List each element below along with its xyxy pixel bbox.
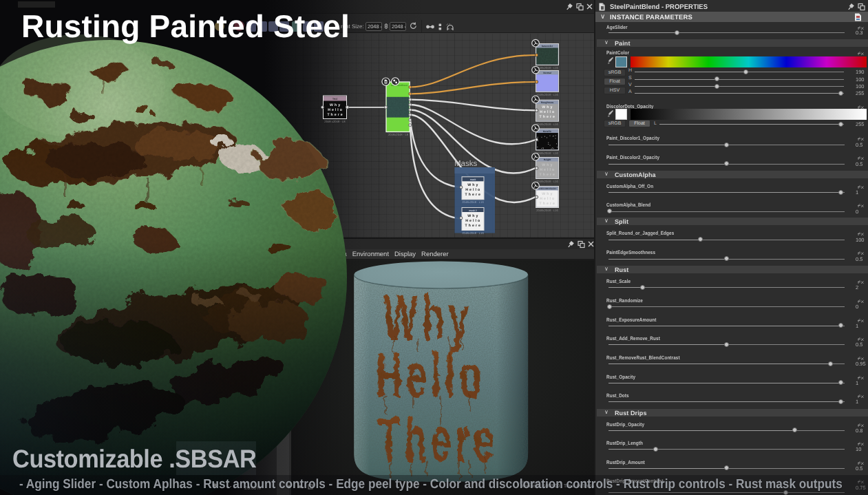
- svg-text:Roughness: Roughness: [541, 101, 554, 104]
- svg-text:There: There: [378, 405, 498, 475]
- svg-text:2048x2048 - L16: 2048x2048 - L16: [536, 151, 558, 155]
- svg-text:2048x2048 - L8: 2048x2048 - L8: [388, 133, 409, 136]
- svg-text:mask: mask: [470, 178, 476, 181]
- svg-text:T h e r e: T h e r e: [465, 193, 481, 197]
- svg-text:H e l l o: H e l l o: [465, 188, 480, 192]
- svg-text:W h y: W h y: [467, 214, 478, 218]
- svg-text:mask 2: mask 2: [469, 209, 477, 212]
- svg-text:T h e r e: T h e r e: [465, 224, 481, 228]
- svg-text:Normal: Normal: [543, 72, 551, 74]
- svg-text:2048x2048 - L16: 2048x2048 - L16: [462, 231, 484, 235]
- svg-text:2048x2048 - L16: 2048x2048 - L16: [536, 209, 558, 212]
- svg-text:Masks: Masks: [454, 160, 477, 168]
- svg-text:basecolor: basecolor: [542, 45, 553, 48]
- svg-text:2048x2048 - L16: 2048x2048 - L16: [536, 93, 558, 96]
- svg-text:W h y: W h y: [467, 183, 478, 187]
- svg-text:W h y: W h y: [542, 105, 553, 109]
- svg-text:H e l l o: H e l l o: [540, 110, 554, 114]
- svg-text:W h y: W h y: [542, 163, 553, 167]
- svg-text:T h e r e: T h e r e: [540, 173, 555, 177]
- svg-text:H e l l o: H e l l o: [540, 197, 554, 201]
- svg-text:T h e r e: T h e r e: [540, 115, 555, 119]
- svg-text:W h y: W h y: [542, 192, 553, 196]
- svg-text:2048x2048 - L16: 2048x2048 - L16: [536, 123, 558, 126]
- svg-text:T h e r e: T h e r e: [540, 202, 555, 206]
- svg-text:AmbientOcclusion: AmbientOcclusion: [538, 187, 557, 190]
- svg-text:2048x2048 - L16: 2048x2048 - L16: [536, 180, 558, 183]
- svg-text:H e l l o: H e l l o: [465, 219, 480, 223]
- svg-text:Height: Height: [544, 158, 551, 161]
- svg-text:2048x2048 - L16: 2048x2048 - L16: [462, 200, 484, 204]
- svg-text:Metallic: Metallic: [543, 130, 552, 133]
- svg-text:2048x2048 - L16: 2048x2048 - L16: [536, 66, 558, 70]
- svg-text:H e l l o: H e l l o: [540, 168, 554, 172]
